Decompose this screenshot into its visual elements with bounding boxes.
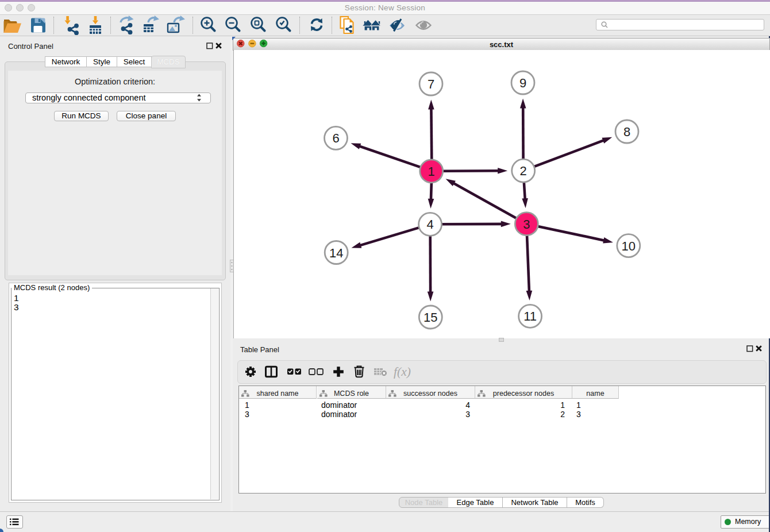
svg-text:11: 11 [523, 309, 537, 323]
svg-text:14: 14 [329, 246, 343, 260]
svg-text:8: 8 [623, 125, 630, 139]
svg-text:15: 15 [424, 310, 437, 325]
svg-text:f(x): f(x) [394, 365, 411, 379]
svg-text:2: 2 [520, 164, 527, 178]
svg-text:7: 7 [428, 77, 434, 91]
svg-text:6: 6 [332, 131, 339, 145]
svg-text:3: 3 [523, 217, 530, 232]
svg-text:9: 9 [519, 76, 526, 90]
svg-text:1: 1 [428, 164, 435, 179]
svg-text:4: 4 [426, 217, 433, 232]
svg-text:10: 10 [622, 239, 636, 253]
